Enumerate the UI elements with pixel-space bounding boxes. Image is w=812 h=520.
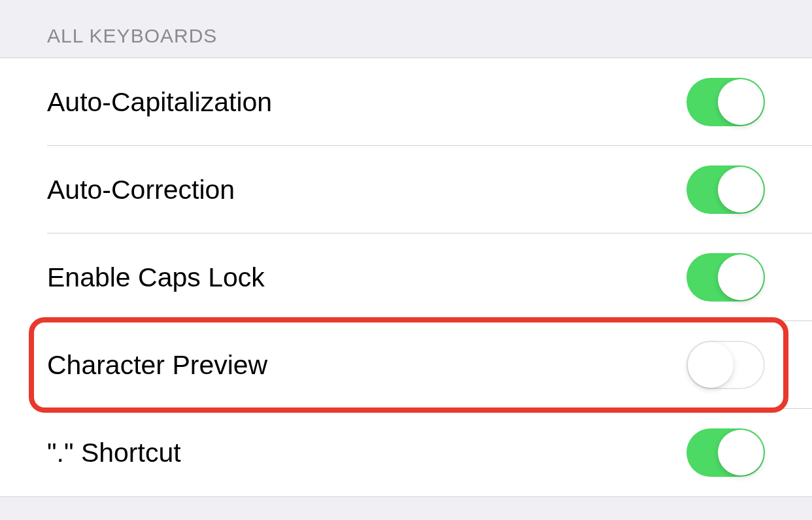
toggle-knob bbox=[688, 342, 734, 388]
row-label-auto-correction: Auto-Correction bbox=[47, 175, 235, 205]
toggle-knob bbox=[718, 254, 764, 300]
row-label-enable-caps-lock: Enable Caps Lock bbox=[47, 262, 265, 293]
toggle-knob bbox=[718, 167, 764, 213]
toggle-auto-correction[interactable] bbox=[686, 165, 765, 214]
row-label-auto-capitalization: Auto-Capitalization bbox=[47, 87, 272, 118]
settings-row-auto-capitalization: Auto-Capitalization bbox=[0, 58, 812, 146]
settings-row-period-shortcut: "." Shortcut bbox=[0, 409, 812, 496]
section-header: ALL KEYBOARDS bbox=[0, 0, 812, 58]
settings-row-auto-correction: Auto-Correction bbox=[0, 146, 812, 234]
row-label-period-shortcut: "." Shortcut bbox=[47, 438, 181, 468]
row-label-character-preview: Character Preview bbox=[47, 350, 267, 381]
settings-row-character-preview: Character Preview bbox=[0, 321, 812, 409]
settings-group: Auto-CapitalizationAuto-CorrectionEnable… bbox=[0, 58, 812, 497]
toggle-auto-capitalization[interactable] bbox=[686, 78, 765, 126]
toggle-knob bbox=[718, 79, 764, 125]
settings-row-enable-caps-lock: Enable Caps Lock bbox=[0, 234, 812, 321]
toggle-enable-caps-lock[interactable] bbox=[686, 253, 765, 302]
toggle-character-preview[interactable] bbox=[686, 341, 765, 389]
toggle-period-shortcut[interactable] bbox=[686, 428, 765, 477]
toggle-knob bbox=[718, 430, 764, 476]
